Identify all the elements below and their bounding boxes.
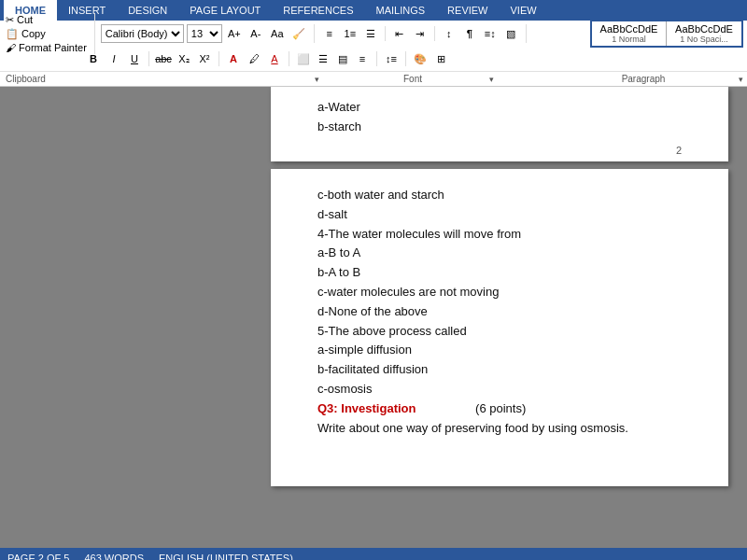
decrease-font-btn[interactable]: A- bbox=[247, 24, 265, 43]
paragraph-expand[interactable]: ▾ bbox=[739, 75, 743, 84]
ribbon-labels: Clipboard ▾ Font ▾ Paragraph ▾ bbox=[0, 71, 747, 86]
line-write-about: Write about one way of preserving food b… bbox=[317, 419, 682, 439]
line-spacing-btn[interactable]: ≡↕ bbox=[481, 24, 500, 43]
line-d-none-above: d-None of the above bbox=[317, 302, 682, 322]
line-a-water: a-Water bbox=[317, 98, 682, 118]
increase-indent-btn[interactable]: ⇥ bbox=[411, 24, 430, 43]
font-expand[interactable]: ▾ bbox=[489, 75, 494, 84]
line-d-salt: d-salt bbox=[317, 205, 682, 225]
toolbar-row2: B I U abc X₂ X² A 🖊 A ⬜ ☰ ▤ ≡ ↕≡ 🎨 ⊞ bbox=[0, 47, 747, 71]
line-4-water-molecules: 4-The water molecules will move from bbox=[317, 225, 682, 245]
style-normal-label[interactable]: 1 Normal bbox=[598, 35, 660, 44]
style-normal-header: AaBbCcDdE bbox=[598, 23, 660, 35]
line-b-a-to-b: b-A to B bbox=[317, 263, 682, 283]
highlight-btn[interactable]: 🖊 bbox=[245, 49, 263, 68]
line-c-water-starch: c-both water and starch bbox=[317, 186, 682, 205]
font-size-select[interactable]: 13 bbox=[187, 24, 222, 43]
line-5-process: 5-The above process called bbox=[317, 322, 682, 342]
subscript-btn[interactable]: X₂ bbox=[175, 49, 193, 68]
line-c-osmosis: c-osmosis bbox=[317, 380, 682, 399]
page-1: a-Water b-starch 2 bbox=[271, 87, 728, 161]
page-info: PAGE 2 OF 5 bbox=[7, 553, 69, 560]
strikethrough-btn[interactable]: abc bbox=[154, 49, 173, 68]
tab-bar: HOME INSERT DESIGN PAGE LAYOUT REFERENCE… bbox=[0, 0, 747, 21]
tab-mailings[interactable]: MAILINGS bbox=[365, 0, 437, 21]
borders-btn[interactable]: ⊞ bbox=[431, 49, 450, 68]
bullets-btn[interactable]: ≡ bbox=[320, 24, 339, 43]
styles-panel[interactable]: AaBbCcDdE 1 Normal AaBbCcDdE 1 No Spaci.… bbox=[590, 20, 743, 48]
paragraph-label: Paragraph bbox=[550, 74, 737, 84]
increase-font-btn[interactable]: A+ bbox=[225, 24, 244, 43]
font-color-btn[interactable]: A bbox=[224, 49, 243, 68]
change-case-btn[interactable]: Aa bbox=[268, 24, 287, 43]
sort-btn[interactable]: ↕ bbox=[440, 24, 458, 43]
alignment-group: ⬜ ☰ ▤ ≡ bbox=[294, 49, 372, 68]
underline-button[interactable]: U bbox=[125, 49, 144, 68]
language: ENGLISH (UNITED STATES) bbox=[159, 553, 293, 560]
cut-button[interactable]: ✂ Cut bbox=[4, 13, 89, 27]
clipboard-expand[interactable]: ▾ bbox=[315, 75, 319, 84]
tab-design[interactable]: DESIGN bbox=[117, 0, 178, 21]
copy-button[interactable]: 📋 Copy bbox=[4, 27, 89, 41]
status-bar: PAGE 2 OF 5 463 WORDS ENGLISH (UNITED ST… bbox=[0, 548, 747, 560]
show-hide-btn[interactable]: ¶ bbox=[460, 24, 479, 43]
justify-btn[interactable]: ≡ bbox=[353, 49, 372, 68]
tab-view[interactable]: VIEW bbox=[500, 0, 548, 21]
line-q3: Q3: Investigation (6 points) bbox=[317, 399, 682, 419]
font-controls: Calibri (Body) 13 A+ A- Aa 🧹 bbox=[101, 24, 315, 43]
page-number-1: 2 bbox=[676, 145, 682, 156]
font-label: Font bbox=[338, 74, 487, 84]
toolbar-row1: ✂ Cut 📋 Copy 🖌 Format Painter Calibri (B… bbox=[0, 21, 747, 47]
line-spacing-btn2[interactable]: ↕≡ bbox=[382, 49, 401, 68]
pages-area: a-Water b-starch 2 c-both water and star… bbox=[252, 87, 747, 548]
ribbon: ✂ Cut 📋 Copy 🖌 Format Painter Calibri (B… bbox=[0, 21, 747, 87]
q3-points: (6 points) bbox=[475, 401, 526, 415]
tab-review[interactable]: REVIEW bbox=[436, 0, 499, 21]
styles-section: AaBbCcDdE 1 Normal AaBbCcDdE 1 No Spaci.… bbox=[590, 20, 743, 48]
shading-btn[interactable]: ▧ bbox=[501, 24, 520, 43]
line-a-simple-diffusion: a-simple diffusion bbox=[317, 341, 682, 360]
numbering-btn[interactable]: 1≡ bbox=[341, 24, 359, 43]
font-color-btn2[interactable]: A bbox=[265, 49, 284, 68]
line-c-not-moving: c-water molecules are not moving bbox=[317, 283, 682, 302]
line-a-b-to-a: a-B to A bbox=[317, 244, 682, 263]
line-b-facilitated: b-facilitated diffusion bbox=[317, 360, 682, 380]
align-right-btn[interactable]: ▤ bbox=[333, 49, 352, 68]
italic-button[interactable]: I bbox=[105, 49, 123, 68]
page-2: c-both water and starch d-salt 4-The wat… bbox=[271, 169, 728, 486]
font-name-select[interactable]: Calibri (Body) bbox=[101, 24, 184, 43]
superscript-btn[interactable]: X² bbox=[195, 49, 214, 68]
align-center-btn[interactable]: ☰ bbox=[314, 49, 332, 68]
paragraph-controls-row1: ≡ 1≡ ☰ ⇤ ⇥ ↕ ¶ ≡↕ ▧ bbox=[320, 24, 527, 43]
align-left-btn[interactable]: ⬜ bbox=[294, 49, 313, 68]
q3-label: Q3: Investigation bbox=[317, 401, 416, 415]
tab-page-layout[interactable]: PAGE LAYOUT bbox=[178, 0, 272, 21]
document-area: a-Water b-starch 2 c-both water and star… bbox=[0, 87, 747, 548]
line-b-starch: b-starch bbox=[317, 118, 682, 137]
clear-format-btn[interactable]: 🧹 bbox=[289, 24, 308, 43]
decrease-indent-btn[interactable]: ⇤ bbox=[390, 24, 409, 43]
clipboard-label: Clipboard bbox=[4, 74, 60, 84]
multilevel-list-btn[interactable]: ☰ bbox=[361, 24, 380, 43]
style-nospacing-header: AaBbCcDdE bbox=[672, 23, 736, 35]
bold-button[interactable]: B bbox=[84, 49, 103, 68]
tab-references[interactable]: REFERENCES bbox=[272, 0, 364, 21]
left-margin bbox=[0, 87, 252, 548]
word-count: 463 WORDS bbox=[84, 553, 144, 560]
paragraph-shading-btn[interactable]: 🎨 bbox=[411, 49, 430, 68]
style-nospacing-label[interactable]: 1 No Spaci... bbox=[672, 35, 736, 44]
